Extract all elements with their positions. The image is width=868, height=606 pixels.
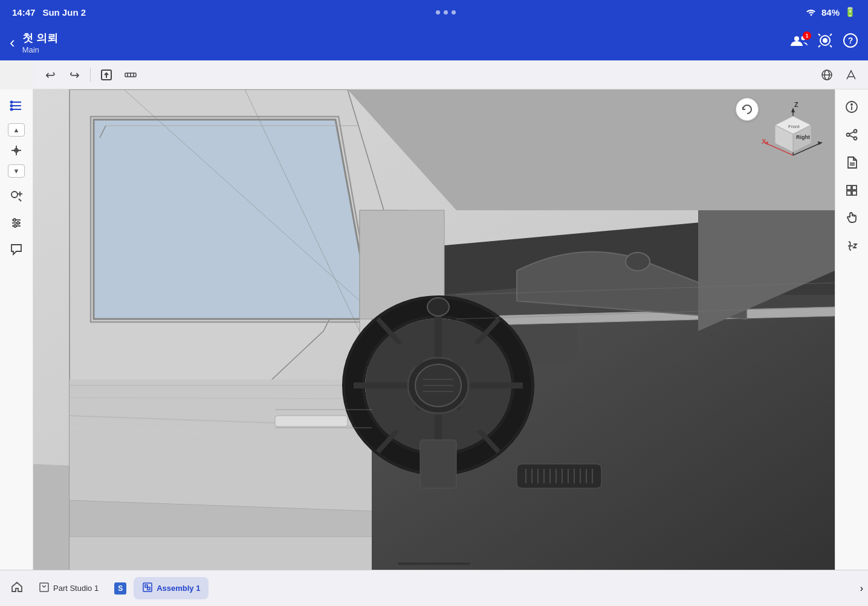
svg-point-24 (11, 192, 18, 198)
nav-title-sub: Main (22, 45, 58, 54)
assembly-icon (142, 582, 153, 595)
ar-button[interactable] (817, 33, 833, 53)
svg-point-38 (847, 134, 850, 137)
toolbar-right (816, 64, 862, 86)
share-button[interactable] (840, 123, 863, 146)
part-studio-1-tab[interactable]: Part Studio 1 (30, 577, 107, 599)
filter-button[interactable] (5, 211, 28, 234)
svg-point-36 (851, 104, 852, 105)
svg-point-107 (626, 253, 650, 271)
svg-rect-132 (147, 587, 150, 590)
grid-view-button[interactable] (840, 179, 863, 202)
nav-right-icons: 1 ? (791, 33, 858, 53)
time-display: 14:47 (12, 7, 35, 18)
properties-button[interactable] (5, 139, 28, 162)
svg-line-25 (19, 199, 21, 201)
svg-point-33 (14, 225, 16, 227)
tab-right-button[interactable]: › (860, 583, 863, 594)
help-button[interactable]: ? (843, 33, 858, 52)
svg-text:Front: Front (788, 124, 800, 129)
svg-text:X: X (762, 138, 766, 145)
svg-marker-119 (791, 108, 795, 112)
svg-rect-44 (847, 185, 851, 190)
dot-3 (452, 10, 456, 15)
people-badge: 1 (803, 31, 811, 40)
svg-rect-71 (517, 464, 601, 488)
svg-rect-45 (852, 185, 857, 190)
back-button[interactable]: ‹ (10, 33, 15, 52)
scroll-arrows: ▲ ▼ (5, 123, 28, 178)
part-studio-2-tab[interactable]: S (108, 578, 132, 599)
undo-button[interactable]: ↩ (39, 64, 61, 86)
tab-bar: Part Studio 1 S Assembly 1 › (0, 570, 868, 606)
svg-text:Right: Right (796, 134, 810, 140)
svg-text:?: ? (848, 36, 853, 45)
svg-point-102 (391, 342, 425, 369)
status-left: 14:47 Sun Jun 2 (12, 7, 86, 18)
orientation-cube[interactable]: Z X Front Right (760, 98, 826, 164)
svg-point-100 (427, 298, 449, 316)
svg-rect-106 (420, 440, 456, 488)
assembly-1-label: Assembly 1 (157, 584, 200, 593)
part-studio-2-icon: S (114, 582, 126, 595)
measure-button[interactable] (120, 64, 141, 86)
svg-point-39 (854, 137, 857, 140)
viewport-3d[interactable]: Z X Front Right (33, 89, 835, 570)
svg-point-18 (11, 102, 13, 103)
dot-1 (436, 10, 440, 15)
redo-button[interactable]: ↪ (63, 64, 85, 86)
left-sidebar: ▲ ▼ (0, 89, 33, 570)
formula-button[interactable] (840, 234, 863, 257)
part-studio-1-label: Part Studio 1 (53, 584, 99, 593)
svg-point-104 (388, 405, 422, 432)
comment-button[interactable] (5, 238, 28, 261)
wifi-icon (806, 7, 817, 18)
right-sidebar (835, 89, 868, 570)
export-button[interactable] (96, 64, 117, 86)
tree-view-button[interactable] (5, 94, 28, 117)
nav-title-main: 첫 의뢰 (22, 31, 58, 45)
info-button[interactable] (840, 95, 863, 118)
scroll-indicator (398, 562, 470, 565)
svg-line-41 (849, 135, 853, 138)
scale-button[interactable] (840, 64, 862, 86)
home-icon (11, 581, 23, 596)
svg-point-0 (794, 36, 799, 41)
svg-point-105 (455, 405, 488, 432)
svg-rect-62 (275, 416, 348, 427)
svg-point-37 (854, 130, 857, 133)
dot-2 (444, 10, 448, 15)
date-display: Sun Jun 2 (42, 7, 86, 18)
touch-button[interactable] (840, 207, 863, 230)
svg-marker-53 (94, 120, 372, 319)
scroll-down-button[interactable]: ▼ (8, 164, 25, 178)
add-button[interactable] (5, 185, 28, 208)
scroll-up-button[interactable]: ▲ (8, 123, 25, 137)
battery-display: 84% (821, 7, 840, 18)
part-studio-icon (39, 582, 50, 595)
people-button[interactable]: 1 (791, 34, 808, 51)
svg-line-40 (849, 132, 853, 134)
rotate-view-button[interactable] (736, 98, 759, 121)
toolbar: ↩ ↪ (33, 60, 868, 89)
svg-marker-121 (818, 141, 823, 145)
status-bar: 14:47 Sun Jun 2 84% 🔋 (0, 0, 868, 24)
status-center (436, 10, 456, 15)
svg-point-31 (13, 219, 16, 221)
svg-point-32 (17, 222, 19, 224)
home-tab[interactable] (5, 576, 29, 601)
svg-point-103 (452, 342, 485, 369)
svg-point-19 (11, 105, 13, 107)
assembly-1-tab[interactable]: Assembly 1 (134, 577, 209, 599)
status-right: 84% 🔋 (806, 7, 856, 18)
battery-icon: 🔋 (844, 7, 856, 18)
document-button[interactable] (840, 151, 863, 174)
svg-rect-46 (847, 191, 851, 195)
svg-point-20 (11, 109, 13, 111)
car-3d-view (33, 89, 835, 570)
toolbar-separator-1 (90, 68, 91, 82)
nav-bar: ‹ 첫 의뢰 Main 1 ? (0, 24, 868, 60)
svg-rect-47 (852, 191, 857, 195)
view-toggle-button[interactable] (816, 64, 838, 86)
nav-title: 첫 의뢰 Main (22, 31, 58, 54)
